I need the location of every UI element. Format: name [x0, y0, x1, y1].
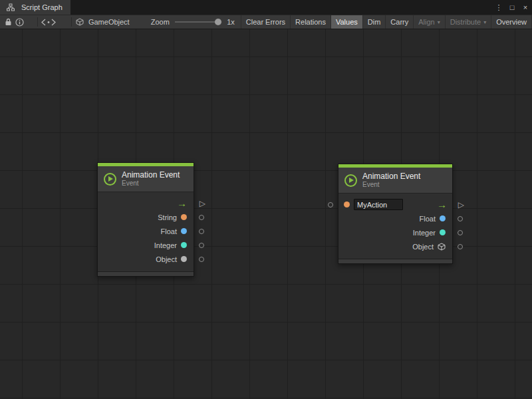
- zoom-label: Zoom: [151, 18, 170, 26]
- tab-title: Script Graph: [21, 3, 63, 11]
- chevron-down-icon: ▾: [438, 19, 440, 25]
- chevron-down-icon: ▾: [483, 19, 486, 25]
- flow-arrow-icon: →: [177, 198, 187, 208]
- values-label: Values: [336, 18, 358, 26]
- dim-button[interactable]: Dim: [362, 15, 386, 29]
- node-animation-event-1[interactable]: Animation Event Event → ▷ String Float I…: [97, 162, 194, 277]
- flow-output-row: → ▷: [98, 196, 194, 210]
- overview-button[interactable]: Overview: [491, 15, 532, 29]
- clear-errors-label: Clear Errors: [246, 18, 285, 26]
- integer-output-port[interactable]: [199, 243, 204, 248]
- flow-arrow-icon: →: [437, 200, 447, 209]
- clear-errors-button[interactable]: Clear Errors: [241, 15, 290, 29]
- window-maximize-button[interactable]: □: [505, 0, 519, 15]
- output-row-string: String: [98, 210, 194, 224]
- flow-output-port[interactable]: ▷: [200, 200, 205, 207]
- integer-type-dot: [440, 229, 446, 235]
- graph-canvas[interactable]: Animation Event Event → ▷ String Float I…: [0, 29, 532, 399]
- node-body: → ▷ String Float Integer Object: [98, 192, 194, 271]
- node-title: Animation Event: [362, 172, 420, 181]
- output-row-float: Float: [98, 224, 194, 238]
- float-type-dot: [181, 228, 187, 234]
- port-label: Float: [161, 227, 177, 235]
- object-type-dot: [181, 256, 187, 262]
- output-row-integer: Integer: [338, 225, 452, 239]
- toolbar-separator: [71, 17, 72, 27]
- output-row-object: Object: [338, 239, 452, 253]
- port-label: String: [158, 213, 177, 221]
- port-label: Integer: [154, 241, 177, 249]
- code-graph-icon[interactable]: [41, 16, 56, 28]
- float-output-port[interactable]: [199, 229, 204, 234]
- window-tab-bar: Script Graph ⋮ □ ×: [0, 0, 532, 15]
- integer-output-port[interactable]: [458, 230, 463, 235]
- string-output-port[interactable]: [199, 215, 204, 220]
- window-close-button[interactable]: ×: [519, 0, 532, 15]
- node-subtitle: Event: [122, 180, 180, 188]
- zoom-slider-handle[interactable]: [215, 19, 221, 25]
- zoom-slider[interactable]: [175, 18, 221, 26]
- node-animation-event-2[interactable]: Animation Event Event → ▷ Float Integer: [338, 164, 453, 264]
- distribute-dropdown-button[interactable]: Distribute ▾: [445, 15, 491, 29]
- window-menu-button[interactable]: ⋮: [492, 0, 505, 15]
- script-graph-icon: [5, 1, 17, 13]
- distribute-label: Distribute: [450, 18, 481, 26]
- graph-toolbar: GameObject Zoom 1x Clear Errors Relation…: [0, 15, 532, 29]
- gameobject-label[interactable]: GameObject: [88, 18, 130, 26]
- event-play-icon: [104, 173, 116, 186]
- relations-button[interactable]: Relations: [290, 15, 331, 29]
- tab-script-graph[interactable]: Script Graph: [0, 0, 70, 15]
- float-type-dot: [440, 215, 446, 221]
- string-type-dot: [344, 201, 350, 207]
- event-play-icon: [344, 174, 357, 187]
- node-header[interactable]: Animation Event Event: [98, 166, 194, 192]
- node-footer: [338, 259, 452, 263]
- object-cube-icon: [438, 243, 446, 251]
- port-label: Object: [156, 255, 177, 263]
- carry-label: Carry: [390, 18, 408, 26]
- output-row-integer: Integer: [98, 238, 194, 252]
- node-footer: [98, 271, 194, 276]
- string-type-dot: [181, 214, 187, 220]
- zoom-value: 1x: [227, 18, 235, 26]
- output-row-float: Float: [338, 211, 452, 225]
- port-label: Float: [420, 215, 436, 223]
- action-input-row: → ▷: [338, 198, 452, 211]
- flow-output-port[interactable]: ▷: [458, 201, 464, 209]
- object-output-port[interactable]: [199, 257, 204, 262]
- node-subtitle: Event: [362, 181, 420, 189]
- dim-label: Dim: [368, 18, 381, 26]
- node-body: → ▷ Float Integer Object: [338, 194, 452, 259]
- action-input-port[interactable]: [328, 202, 333, 207]
- info-icon[interactable]: [15, 16, 25, 28]
- node-header[interactable]: Animation Event Event: [338, 168, 452, 194]
- object-output-port[interactable]: [458, 244, 463, 249]
- integer-type-dot: [181, 242, 187, 248]
- relations-label: Relations: [295, 18, 326, 26]
- output-row-object: Object: [98, 252, 194, 266]
- align-label: Align: [418, 18, 434, 26]
- gameobject-icon: [75, 16, 85, 28]
- float-output-port[interactable]: [458, 216, 463, 221]
- tab-bar-spacer: [70, 0, 492, 15]
- port-label: Integer: [413, 229, 436, 237]
- toolbar-separator: [37, 17, 38, 27]
- port-label: Object: [412, 243, 434, 251]
- overview-label: Overview: [496, 18, 527, 26]
- node-title: Animation Event: [122, 170, 180, 180]
- carry-button[interactable]: Carry: [385, 15, 413, 29]
- action-name-input[interactable]: [354, 199, 403, 210]
- lock-icon[interactable]: [3, 16, 13, 28]
- values-button[interactable]: Values: [331, 15, 362, 29]
- align-dropdown-button[interactable]: Align ▾: [413, 15, 444, 29]
